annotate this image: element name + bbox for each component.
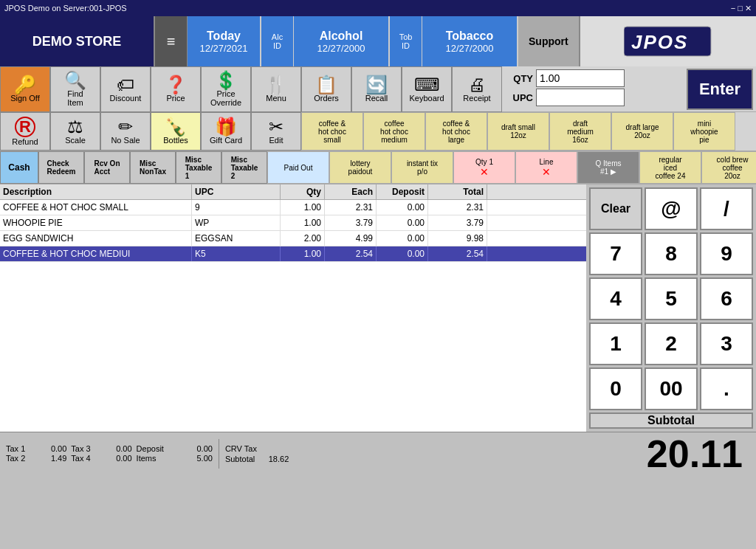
orders-button[interactable]: 📋 Orders bbox=[301, 66, 351, 112]
row-desc: COFFEE & HOT CHOC MEDIUI bbox=[0, 246, 192, 261]
maximize-btn[interactable]: □ bbox=[738, 4, 743, 13]
misc-taxable1-button[interactable]: MiscTaxable1 bbox=[176, 151, 221, 184]
keyboard-button[interactable]: ⌨ Keyboard bbox=[402, 66, 452, 112]
num-8-button[interactable]: 8 bbox=[645, 232, 698, 275]
clear-button[interactable]: Clear bbox=[589, 187, 642, 230]
scale-button[interactable]: ⚖ Scale bbox=[50, 112, 100, 151]
no-sale-label: No Sale bbox=[111, 136, 140, 145]
orders-label: Orders bbox=[314, 94, 339, 103]
rcv-on-acct-button[interactable]: Rcv OnAcct bbox=[84, 151, 130, 184]
num-3-button[interactable]: 3 bbox=[700, 322, 753, 365]
table-row-selected[interactable]: COFFEE & HOT CHOC MEDIUI K5 1.00 2.54 0.… bbox=[0, 246, 586, 262]
qi-draft-small[interactable]: draft small12oz bbox=[487, 112, 549, 151]
num-00-button[interactable]: 00 bbox=[645, 367, 698, 410]
qi-line[interactable]: Line✕ bbox=[515, 151, 577, 184]
toolbar-row1: 🔑 Sign Off 🔍 FindItem 🏷 Discount ❓ Price… bbox=[0, 66, 756, 112]
hamburger-button[interactable]: ≡ bbox=[155, 16, 188, 66]
qi-coffee-large[interactable]: coffee &hot choclarge bbox=[425, 112, 487, 151]
qty-row: QTY bbox=[505, 69, 625, 87]
num-7-button[interactable]: 7 bbox=[589, 232, 642, 275]
alcohol-button[interactable]: Alcohol 12/27/2000 bbox=[294, 16, 390, 66]
at-button[interactable]: @ bbox=[645, 187, 698, 230]
qi-draft-large[interactable]: draft large20oz bbox=[611, 112, 673, 151]
numpad-row-789: 7 8 9 bbox=[589, 232, 753, 275]
tax2-value: 1.49 bbox=[30, 454, 66, 463]
tob-id-sub: ID bbox=[402, 41, 410, 50]
qi-draft-medium[interactable]: draftmedium16oz bbox=[549, 112, 611, 151]
alc-id-button[interactable]: Alc ID bbox=[261, 16, 294, 66]
qi-lottery[interactable]: lotterypaidout bbox=[329, 151, 391, 184]
crv-label: CRV Tax bbox=[225, 444, 289, 453]
refund-label: Refund bbox=[12, 137, 38, 146]
price-label: Price bbox=[166, 94, 185, 103]
qi-coffee-medium[interactable]: coffeehot chocmedium bbox=[363, 112, 425, 151]
qi-instant-tix[interactable]: instant tixp/o bbox=[391, 151, 453, 184]
qi-regular-iced[interactable]: regularicedcoffee 24 bbox=[639, 151, 701, 184]
qi-cold-brew[interactable]: cold brewcoffee20oz bbox=[701, 151, 756, 184]
today-date: 12/27/2021 bbox=[199, 43, 247, 54]
tax2-label: Tax 2 bbox=[6, 454, 25, 463]
tobacco-button[interactable]: Tobacco 12/27/2000 bbox=[422, 16, 518, 66]
price-button[interactable]: ❓ Price bbox=[151, 66, 201, 112]
qi-coffee-small[interactable]: coffee &hot chocsmall bbox=[301, 112, 363, 151]
discount-button[interactable]: 🏷 Discount bbox=[100, 66, 151, 112]
menu-button[interactable]: 🍴 Menu bbox=[251, 66, 301, 112]
num-1-button[interactable]: 1 bbox=[589, 322, 642, 365]
gift-card-button[interactable]: 🎁 Gift Card bbox=[201, 112, 251, 151]
qi-q-items[interactable]: Q Items#1 ▶ bbox=[577, 151, 639, 184]
edit-button[interactable]: ✂ Edit bbox=[251, 112, 301, 151]
orders-icon: 📋 bbox=[315, 76, 337, 94]
slash-button[interactable]: / bbox=[700, 187, 753, 230]
no-sale-button[interactable]: ✏ No Sale bbox=[100, 112, 151, 151]
num-6-button[interactable]: 6 bbox=[700, 277, 753, 320]
subtotal-button[interactable]: Subtotal bbox=[589, 412, 753, 429]
misc-taxable2-button[interactable]: MiscTaxable2 bbox=[221, 151, 267, 184]
decimal-button[interactable]: . bbox=[700, 367, 753, 410]
sign-off-button[interactable]: 🔑 Sign Off bbox=[0, 66, 50, 112]
bottles-button[interactable]: 🍾 Bottles bbox=[151, 112, 201, 151]
enter-button[interactable]: Enter bbox=[687, 69, 753, 110]
check-redeem-button[interactable]: CheckRedeem bbox=[38, 151, 84, 184]
toolbar-row2-and-qi: R Refund ⚖ Scale ✏ No Sale 🍾 Bottles 🎁 G… bbox=[0, 112, 756, 151]
alc-id-sub: ID bbox=[273, 41, 281, 50]
row-upc: 9 bbox=[192, 200, 281, 215]
num-2-button[interactable]: 2 bbox=[645, 322, 698, 365]
row-total: 3.79 bbox=[428, 215, 487, 230]
header-desc: Description bbox=[0, 184, 192, 199]
qty-input[interactable] bbox=[536, 69, 625, 87]
table-row[interactable]: COFFEE & HOT CHOC SMALL 9 1.00 2.31 0.00… bbox=[0, 200, 586, 215]
upc-row: UPC bbox=[505, 89, 625, 106]
refund-button[interactable]: R Refund bbox=[0, 112, 50, 151]
close-btn[interactable]: ✕ bbox=[745, 4, 752, 13]
upc-input[interactable] bbox=[536, 89, 625, 106]
qi-mini-whoopie[interactable]: miniwhoopiepie bbox=[673, 112, 735, 151]
recall-label: Recall bbox=[365, 94, 388, 103]
transaction-table: Description UPC Qty Each Deposit Total C… bbox=[0, 184, 586, 432]
qi-paid-out[interactable]: Paid Out bbox=[267, 151, 329, 184]
tob-id-button[interactable]: Tob ID bbox=[390, 16, 422, 66]
recall-icon: 🔄 bbox=[365, 76, 388, 94]
recall-button[interactable]: 🔄 Recall bbox=[351, 66, 402, 112]
num-9-button[interactable]: 9 bbox=[700, 232, 753, 275]
keyboard-label: Keyboard bbox=[409, 94, 444, 103]
row-deposit: 0.00 bbox=[377, 215, 428, 230]
qi-qty1[interactable]: Qty 1✕ bbox=[453, 151, 515, 184]
minimize-btn[interactable]: − bbox=[731, 4, 735, 13]
find-item-button[interactable]: 🔍 FindItem bbox=[50, 66, 100, 112]
deposit-value: 0.00 bbox=[168, 444, 213, 453]
refund-icon: R bbox=[15, 117, 35, 137]
table-row[interactable]: WHOOPIE PIE WP 1.00 3.79 0.00 3.79 bbox=[0, 215, 586, 231]
num-5-button[interactable]: 5 bbox=[645, 277, 698, 320]
receipt-button[interactable]: 🖨 Receipt bbox=[452, 66, 502, 112]
support-button[interactable]: Support bbox=[518, 16, 580, 66]
header: DEMO STORE ≡ Today 12/27/2021 Alc ID Alc… bbox=[0, 16, 756, 66]
num-0-button[interactable]: 0 bbox=[589, 367, 642, 410]
num-4-button[interactable]: 4 bbox=[589, 277, 642, 320]
deposit-label: Deposit bbox=[137, 444, 164, 453]
table-row[interactable]: EGG SANDWICH EGGSAN 2.00 4.99 0.00 9.98 bbox=[0, 231, 586, 246]
price-override-button[interactable]: 💲 PriceOverride bbox=[201, 66, 251, 112]
misc-nontax-button[interactable]: MiscNonTax bbox=[130, 151, 176, 184]
cash-button[interactable]: Cash bbox=[0, 151, 38, 184]
today-button[interactable]: Today 12/27/2021 bbox=[188, 16, 261, 66]
scale-label: Scale bbox=[65, 136, 86, 145]
